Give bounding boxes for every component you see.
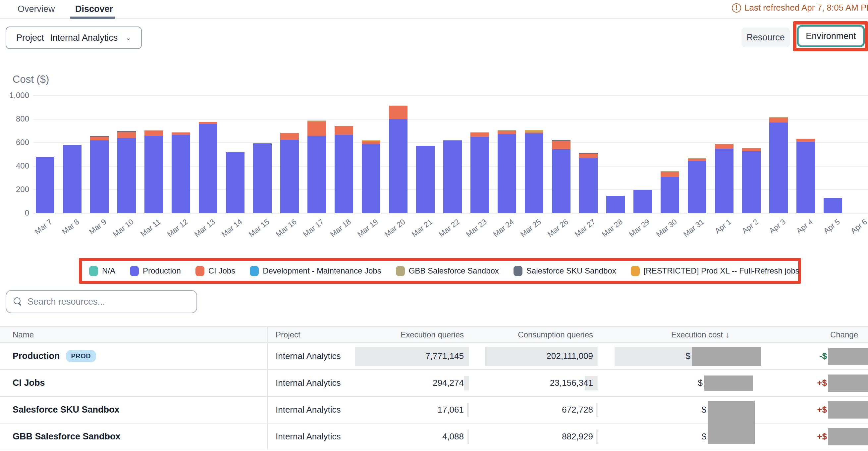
bar-segment-production[interactable] xyxy=(172,135,190,213)
bar-segment-production[interactable] xyxy=(389,119,407,213)
sort-desc-icon: ↓ xyxy=(725,330,730,340)
search-input[interactable]: Search resources... xyxy=(6,290,197,313)
bar-segment-production[interactable] xyxy=(226,152,245,213)
legend-item-production[interactable]: Production xyxy=(130,266,181,276)
bar-segment-ci-jobs[interactable] xyxy=(145,130,163,136)
bar-segment-production[interactable] xyxy=(470,137,489,213)
bar-segment-ci-jobs[interactable] xyxy=(525,132,543,133)
bar-segment-gbb-salesforce-sandbox[interactable] xyxy=(498,130,516,131)
bar-segment-ci-jobs[interactable] xyxy=(199,122,217,124)
bar-segment-production[interactable] xyxy=(443,140,462,213)
bar-segment-ci-jobs[interactable] xyxy=(688,159,706,161)
table-row-production[interactable]: ProductionPRODInternal Analytics7,771,14… xyxy=(0,343,868,370)
bar-segment-production[interactable] xyxy=(688,161,706,213)
bar-segment-production[interactable] xyxy=(335,135,353,213)
bar-segment-production[interactable] xyxy=(824,198,842,213)
bar-segment-ci-jobs[interactable] xyxy=(90,137,108,140)
bar-segment-ci-jobs[interactable] xyxy=(715,144,734,149)
bar-segment-production[interactable] xyxy=(525,133,543,213)
col-header-project[interactable]: Project xyxy=(268,327,368,343)
bar-segment-ci-jobs[interactable] xyxy=(307,122,326,136)
bar-segment-production[interactable] xyxy=(362,144,380,213)
tab-discover[interactable]: Discover xyxy=(75,4,113,14)
y-axis-tick-label: 200 xyxy=(3,185,29,194)
bar-segment-ci-jobs[interactable] xyxy=(661,172,679,177)
bar-segment-production[interactable] xyxy=(145,136,163,213)
table-row-ci-jobs[interactable]: CI JobsInternal Analytics294,27423,156,3… xyxy=(0,370,868,397)
bar-segment-salesforce-sku-sandbox[interactable] xyxy=(552,140,570,141)
bar-segment-ci-jobs[interactable] xyxy=(335,126,353,135)
bar-segment-ci-jobs[interactable] xyxy=(470,132,489,137)
bar-segment-salesforce-sku-sandbox[interactable] xyxy=(90,136,108,137)
tab-overview[interactable]: Overview xyxy=(18,4,55,14)
bar-segment-production[interactable] xyxy=(416,146,435,213)
bar-segment-production[interactable] xyxy=(199,124,217,213)
project-filter-dropdown[interactable]: Project Internal Analytics ⌄ xyxy=(6,27,142,49)
legend-item-salesforce-sku-sandbox[interactable]: Salesforce SKU Sandbox xyxy=(514,266,616,276)
bar-segment-production[interactable] xyxy=(633,190,652,213)
bar-segment-gbb-salesforce-sandbox[interactable] xyxy=(307,121,326,122)
col-header-execution-cost[interactable]: Execution cost ↓ xyxy=(598,327,761,343)
legend-item-development-maintenance-jobs[interactable]: Development - Maintenance Jobs xyxy=(250,266,381,276)
bar-segment-ci-jobs[interactable] xyxy=(552,141,570,149)
bar-segment-production[interactable] xyxy=(606,196,625,213)
change-sign: +$ xyxy=(817,378,827,388)
legend-item-n-a[interactable]: N/A xyxy=(89,266,115,276)
bar-segment-production[interactable] xyxy=(253,143,272,213)
bar-segment-production[interactable] xyxy=(280,140,299,213)
resource-toggle-button[interactable]: Resource xyxy=(741,28,790,47)
col-header-name[interactable]: Name xyxy=(0,327,268,343)
bar-segment--restricted-prod-xl-full-refresh-jobs[interactable] xyxy=(525,130,543,131)
bar-segment-production[interactable] xyxy=(661,177,679,213)
resource-name: Production xyxy=(12,351,60,361)
bar-segment-production[interactable] xyxy=(715,149,734,213)
bar-segment-production[interactable] xyxy=(579,158,598,213)
legend-item--restricted-prod-xl-full-refresh-jobs[interactable]: [RESTRICTED] Prod XL -- Full-Refresh job… xyxy=(631,266,799,276)
bar-segment-ci-jobs[interactable] xyxy=(797,139,815,142)
bar-segment-ci-jobs[interactable] xyxy=(117,132,136,138)
bar-segment-production[interactable] xyxy=(742,151,761,213)
col-header-execution-queries[interactable]: Execution queries xyxy=(368,327,469,343)
table-header-row: Name Project Execution queries Consumpti… xyxy=(0,326,868,343)
bar-segment-production[interactable] xyxy=(117,138,136,213)
consumption-queries-value: 23,156,341 xyxy=(550,378,593,388)
bar-segment-production[interactable] xyxy=(552,149,570,213)
environment-toggle-button[interactable]: Environment xyxy=(799,27,863,46)
bar-segment-gbb-salesforce-sandbox[interactable] xyxy=(661,171,679,172)
col-header-consumption-queries[interactable]: Consumption queries xyxy=(469,327,598,343)
x-axis-tick-label: Mar 17 xyxy=(302,217,326,239)
bar-segment-ci-jobs[interactable] xyxy=(362,141,380,144)
bar-segment-production[interactable] xyxy=(63,145,82,213)
bar-segment-production[interactable] xyxy=(498,134,516,213)
legend-item-gbb-salesforce-sandbox[interactable]: GBB Salesforce Sandbox xyxy=(396,266,499,276)
legend-swatch xyxy=(130,266,139,276)
legend-item-ci-jobs[interactable]: CI Jobs xyxy=(195,266,235,276)
x-axis-tick-label: Mar 16 xyxy=(274,217,299,239)
bar-segment--restricted-prod-xl-full-refresh-jobs[interactable] xyxy=(362,140,380,141)
bar-segment-production[interactable] xyxy=(307,136,326,213)
bar-segment-ci-jobs[interactable] xyxy=(280,133,299,140)
x-axis-tick-label: Apr 4 xyxy=(795,217,815,235)
bar-segment-production[interactable] xyxy=(36,157,54,213)
bar-segment-salesforce-sku-sandbox[interactable] xyxy=(117,131,136,132)
bar-segment-ci-jobs[interactable] xyxy=(389,106,407,119)
bar-segment-ci-jobs[interactable] xyxy=(769,118,788,122)
bar-segment-ci-jobs[interactable] xyxy=(172,132,190,135)
bar-segment-production[interactable] xyxy=(769,123,788,213)
legend-label: Production xyxy=(143,266,181,276)
bar-segment-ci-jobs[interactable] xyxy=(498,131,516,134)
x-axis-tick-label: Apr 2 xyxy=(740,217,760,235)
bar-segment-salesforce-sku-sandbox[interactable] xyxy=(579,153,598,154)
bar-segment-ci-jobs[interactable] xyxy=(579,154,598,158)
bar-segment-gbb-salesforce-sandbox[interactable] xyxy=(688,158,706,159)
col-header-change[interactable]: Change xyxy=(761,327,868,343)
x-axis-tick-label: Mar 13 xyxy=(193,217,217,239)
bar-segment-production[interactable] xyxy=(90,140,108,213)
bar-segment-ci-jobs[interactable] xyxy=(742,148,761,151)
bar-segment-gbb-salesforce-sandbox[interactable] xyxy=(769,117,788,118)
redacted-change-value xyxy=(828,428,868,445)
bar-segment-production[interactable] xyxy=(797,142,815,213)
table-row-salesforce-sku-sandbox[interactable]: Salesforce SKU SandboxInternal Analytics… xyxy=(0,397,868,423)
bar-segment-gbb-salesforce-sandbox[interactable] xyxy=(525,131,543,132)
x-axis-tick-label: Mar 7 xyxy=(33,217,54,236)
